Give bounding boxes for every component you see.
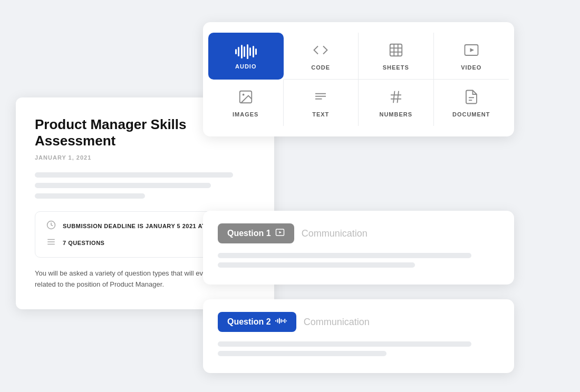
- svg-rect-26: [279, 318, 280, 324]
- skeleton-line: [218, 341, 471, 347]
- code-label: CODE: [311, 64, 330, 71]
- question-1-card: Question 1 Communication: [203, 211, 514, 285]
- svg-point-12: [243, 94, 245, 96]
- question-2-category: Communication: [304, 317, 370, 328]
- media-types-card: AUDIO CODE: [203, 22, 514, 136]
- sheets-icon: [388, 42, 404, 60]
- deadline-text: SUBMISSION DEADLINE IS JANUARY 5 2021 AT: [63, 223, 206, 229]
- question-2-badge[interactable]: Question 2: [218, 312, 296, 332]
- video-label: VIDEO: [461, 64, 481, 71]
- media-item-video[interactable]: VIDEO: [434, 33, 509, 80]
- svg-rect-4: [390, 44, 402, 56]
- question-2-content: [218, 341, 499, 356]
- media-item-document[interactable]: DOCUMENT: [434, 80, 509, 126]
- video-icon: [463, 42, 479, 60]
- skeleton-line: [218, 351, 386, 356]
- document-icon: [463, 89, 479, 107]
- svg-line-19: [397, 91, 399, 103]
- skeleton-line: [218, 253, 471, 258]
- media-item-code[interactable]: CODE: [284, 33, 359, 80]
- clock-icon: [46, 220, 56, 232]
- media-item-numbers[interactable]: NUMBERS: [359, 80, 434, 126]
- question-2-header: Question 2 Communication: [218, 312, 499, 332]
- list-icon: [46, 237, 56, 249]
- text-icon: [313, 89, 328, 107]
- question-1-header: Question 1 Communication: [218, 223, 499, 243]
- media-grid: AUDIO CODE: [208, 33, 509, 126]
- skeleton-line: [218, 262, 415, 268]
- svg-rect-27: [281, 319, 282, 323]
- question-1-badge[interactable]: Question 1: [218, 223, 294, 243]
- question-1-label: Question 1: [227, 229, 271, 238]
- svg-rect-30: [286, 320, 286, 322]
- question-1-category: Communication: [302, 228, 368, 239]
- sheets-label: SHEETS: [383, 64, 409, 71]
- document-label: DOCUMENT: [452, 111, 490, 117]
- svg-rect-25: [277, 319, 278, 323]
- questions-text: 7 QUESTIONS: [63, 240, 104, 246]
- media-item-audio[interactable]: AUDIO: [208, 33, 284, 80]
- card-date: JANUARY 1, 2021: [35, 154, 255, 161]
- text-label: TEXT: [312, 111, 329, 117]
- svg-marker-23: [279, 231, 282, 234]
- images-label: IMAGES: [233, 111, 258, 117]
- skeleton-line: [35, 193, 145, 199]
- audio-label: AUDIO: [235, 63, 256, 70]
- media-item-images[interactable]: IMAGES: [208, 80, 284, 126]
- svg-rect-24: [275, 320, 276, 322]
- skeleton-line: [35, 172, 233, 178]
- svg-rect-28: [282, 320, 283, 322]
- question-2-card: Question 2 Communication: [203, 299, 514, 373]
- svg-line-18: [393, 91, 395, 103]
- media-item-text[interactable]: TEXT: [284, 80, 359, 126]
- video-badge-icon: [275, 228, 285, 239]
- audio-wave-icon: [235, 44, 257, 59]
- audio-badge-icon: [275, 316, 287, 328]
- skeleton-line: [35, 183, 211, 188]
- svg-marker-10: [470, 48, 474, 52]
- numbers-label: NUMBERS: [379, 111, 412, 117]
- question-2-label: Question 2: [227, 317, 271, 327]
- numbers-icon: [388, 89, 404, 107]
- svg-rect-29: [284, 319, 285, 323]
- question-1-content: [218, 253, 499, 268]
- media-item-sheets[interactable]: SHEETS: [359, 33, 434, 80]
- code-icon: [313, 42, 328, 60]
- images-icon: [238, 89, 254, 107]
